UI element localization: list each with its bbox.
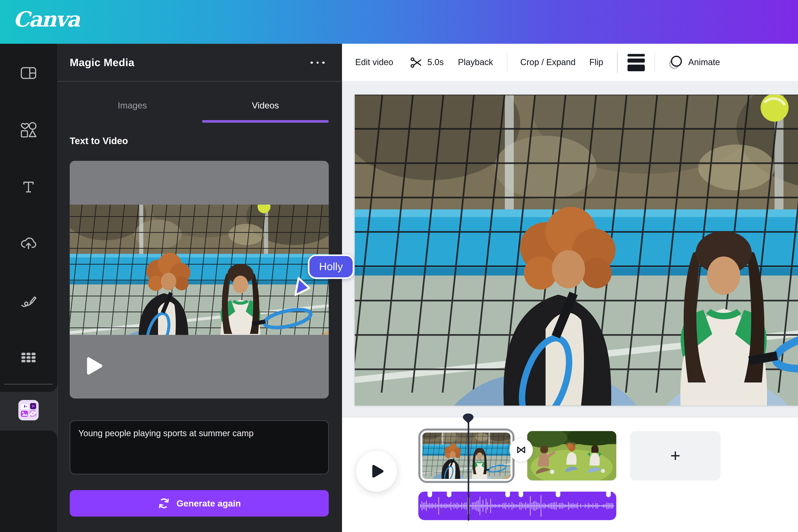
toolbar-divider — [654, 52, 655, 73]
generated-video-preview[interactable] — [70, 161, 329, 399]
playback-button[interactable]: Playback — [458, 57, 493, 67]
sidebar-nav-panel — [0, 44, 58, 392]
plus-icon: + — [670, 446, 681, 466]
audio-notch — [447, 492, 452, 497]
uploads-icon[interactable] — [17, 232, 40, 255]
scissors-icon[interactable] — [410, 56, 423, 69]
ellipsis-icon[interactable] — [310, 59, 328, 67]
timeline-play-button[interactable] — [356, 451, 397, 492]
magic-media-app-icon[interactable] — [18, 400, 39, 420]
prompt-input[interactable]: Young people playing sports at summer ca… — [70, 420, 329, 474]
play-icon — [368, 462, 385, 480]
canva-logo[interactable]: Canva — [13, 7, 79, 32]
regenerate-icon — [158, 497, 170, 510]
sidebar-divider — [4, 384, 53, 385]
tab-videos[interactable]: Videos — [202, 93, 329, 118]
panel-divider — [58, 81, 342, 82]
playhead-handle[interactable] — [462, 413, 474, 424]
app-header: Canva — [0, 0, 798, 44]
canva-editor: Canva — [0, 0, 798, 532]
collaborator-name: Holly — [319, 261, 343, 273]
generate-again-label: Generate again — [176, 498, 241, 509]
add-clip-button[interactable]: + — [630, 431, 721, 480]
audio-notch — [518, 492, 523, 497]
animate-button[interactable]: Animate — [688, 57, 720, 67]
edit-video-button[interactable]: Edit video — [355, 57, 393, 67]
sidebar-rail — [0, 44, 58, 532]
audio-track[interactable] — [418, 492, 616, 520]
flip-button[interactable]: Flip — [589, 57, 603, 67]
clip-thumbnail — [420, 431, 512, 481]
design-icon[interactable] — [17, 61, 40, 84]
elements-icon[interactable] — [17, 118, 40, 141]
panel-title: Magic Media — [70, 44, 134, 81]
transition-button[interactable] — [510, 438, 533, 461]
section-title: Text to Video — [70, 135, 128, 147]
sidebar-bottom-panel — [0, 431, 58, 532]
playhead-line[interactable] — [468, 417, 469, 521]
clip-duration[interactable]: 5.0s — [427, 57, 444, 67]
crop-expand-button[interactable]: Crop / Expand — [520, 57, 575, 67]
context-toolbar: Edit video 5.0s Playback Crop / Expand F… — [342, 44, 798, 81]
toolbar-divider — [617, 52, 618, 73]
editor-main: Edit video 5.0s Playback Crop / Expand F… — [342, 44, 798, 532]
animate-icon[interactable] — [668, 55, 684, 70]
toolbar-divider — [507, 52, 508, 73]
transition-icon — [516, 444, 527, 456]
audio-notch — [556, 492, 560, 497]
tab-images[interactable]: Images — [70, 93, 195, 118]
collaborator-cursor-icon — [292, 276, 311, 297]
play-icon[interactable] — [85, 356, 103, 376]
generate-again-button[interactable]: Generate again — [70, 490, 329, 516]
audio-notch — [606, 492, 611, 497]
collaborator-label: Holly — [308, 254, 354, 279]
active-tab-underline — [202, 120, 329, 122]
audio-notch — [428, 492, 432, 497]
apps-icon[interactable] — [17, 346, 40, 368]
canvas-workspace — [342, 81, 798, 417]
layers-icon[interactable] — [627, 54, 645, 71]
video-page[interactable] — [355, 95, 798, 405]
timeline-clip-2[interactable] — [527, 431, 616, 480]
video-still — [70, 205, 329, 335]
text-icon[interactable] — [17, 175, 40, 198]
audio-notch — [505, 492, 510, 497]
timeline-clip-1-selected[interactable] — [418, 429, 515, 483]
draw-icon[interactable] — [17, 289, 40, 312]
